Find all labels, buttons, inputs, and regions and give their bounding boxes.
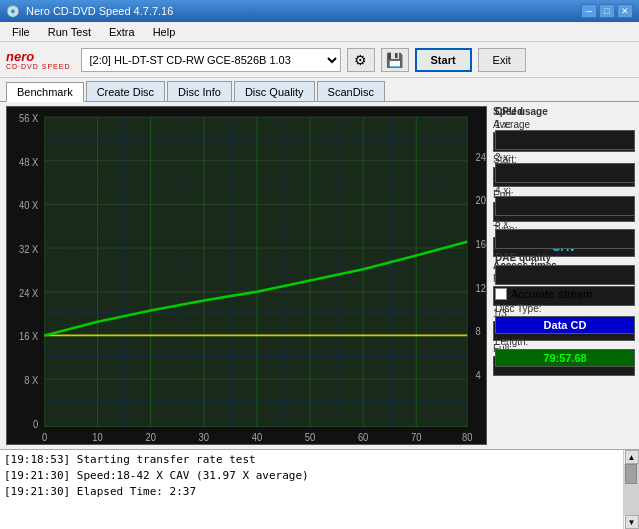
cpu-2x-value: [495, 163, 635, 183]
dae-value: [495, 265, 635, 285]
svg-text:0: 0: [42, 432, 47, 444]
toolbar: nero CD·DVD SPEED [2:0] HL-DT-ST CD-RW G…: [0, 42, 639, 78]
disc-length-value: 79:57.68: [495, 349, 635, 367]
tab-scan-disc[interactable]: ScanDisc: [317, 81, 385, 101]
accurate-stream-checkbox[interactable]: [495, 288, 507, 300]
maximize-button[interactable]: □: [599, 4, 615, 18]
log-content[interactable]: [19:18:53] Starting transfer rate test […: [0, 450, 623, 529]
close-button[interactable]: ✕: [617, 4, 633, 18]
svg-text:48 X: 48 X: [19, 156, 38, 168]
svg-text:24: 24: [476, 151, 486, 163]
svg-text:40 X: 40 X: [19, 200, 38, 212]
cpu-section: CPU usage 1 x: 2 x: 4 x: 8 x:: [495, 106, 635, 249]
titlebar-title: 💿 Nero CD-DVD Speed 4.7.7.16: [6, 5, 173, 18]
scroll-track[interactable]: [624, 464, 639, 515]
cpu-4x-value: [495, 196, 635, 216]
svg-text:56 X: 56 X: [19, 112, 38, 124]
svg-text:80: 80: [462, 432, 473, 444]
save-icon-button[interactable]: 💾: [381, 48, 409, 72]
svg-text:4: 4: [476, 369, 481, 381]
accurate-label: Accurate: [511, 288, 554, 300]
svg-text:8 X: 8 X: [24, 374, 38, 386]
tab-disc-info[interactable]: Disc Info: [167, 81, 232, 101]
cpu-label: CPU usage: [495, 106, 635, 117]
tab-create-disc[interactable]: Create Disc: [86, 81, 165, 101]
svg-text:32 X: 32 X: [19, 243, 38, 255]
svg-text:60: 60: [358, 432, 369, 444]
dae-label: DAE quality: [495, 252, 635, 263]
svg-text:50: 50: [305, 432, 316, 444]
tab-benchmark[interactable]: Benchmark: [6, 82, 84, 102]
cpu-2x-label: 2 x:: [495, 152, 635, 163]
titlebar: 💿 Nero CD-DVD Speed 4.7.7.16 ─ □ ✕: [0, 0, 639, 22]
scroll-up-button[interactable]: ▲: [625, 450, 639, 464]
svg-text:16: 16: [476, 238, 486, 250]
svg-text:12: 12: [476, 282, 486, 294]
app-title: Nero CD-DVD Speed 4.7.7.16: [26, 5, 173, 17]
exit-button[interactable]: Exit: [478, 48, 526, 72]
scroll-thumb[interactable]: [625, 464, 637, 484]
log-entry-2: [19:21:30] Speed:18-42 X CAV (31.97 X av…: [4, 468, 619, 484]
nero-logo: nero CD·DVD SPEED: [6, 50, 71, 70]
disc-length-label: Length:: [495, 336, 635, 347]
device-selector[interactable]: [2:0] HL-DT-ST CD-RW GCE-8526B 1.03: [81, 48, 341, 72]
nero-logo-text: nero: [6, 50, 34, 63]
accurate-stream-row: Accurate stream: [495, 288, 635, 300]
tabs: Benchmark Create Disc Disc Info Disc Qua…: [0, 78, 639, 102]
menu-file[interactable]: File: [4, 24, 38, 40]
disc-section: Disc Type: Data CD Length: 79:57.68: [495, 303, 635, 367]
dae-section: DAE quality Accurate stream: [495, 252, 635, 300]
start-button[interactable]: Start: [415, 48, 472, 72]
svg-text:70: 70: [411, 432, 422, 444]
chart-container: 56 X 48 X 40 X 32 X 24 X 16 X 8 X 0 0 10…: [6, 106, 487, 445]
cpu-1x-value: [495, 130, 635, 150]
svg-text:30: 30: [199, 432, 210, 444]
disc-type-label: Disc Type:: [495, 303, 635, 314]
tab-disc-quality[interactable]: Disc Quality: [234, 81, 315, 101]
scroll-down-button[interactable]: ▼: [625, 515, 639, 529]
svg-text:20: 20: [476, 195, 486, 207]
disc-type-value: Data CD: [495, 316, 635, 334]
cpu-4x-label: 4 x:: [495, 185, 635, 196]
menu-help[interactable]: Help: [145, 24, 184, 40]
menubar: File Run Test Extra Help: [0, 22, 639, 42]
log-scrollbar[interactable]: ▲ ▼: [623, 450, 639, 529]
titlebar-controls[interactable]: ─ □ ✕: [581, 4, 633, 18]
log-entry-1: [19:18:53] Starting transfer rate test: [4, 452, 619, 468]
log-entry-3: [19:21:30] Elapsed Time: 2:37: [4, 484, 619, 500]
cpu-1x-label: 1 x:: [495, 119, 635, 130]
svg-rect-1: [44, 117, 467, 427]
options-icon-button[interactable]: ⚙: [347, 48, 375, 72]
menu-runtest[interactable]: Run Test: [40, 24, 99, 40]
benchmark-chart: 56 X 48 X 40 X 32 X 24 X 16 X 8 X 0 0 10…: [7, 107, 486, 444]
svg-text:16 X: 16 X: [19, 331, 38, 343]
side-panel-right: CPU usage 1 x: 2 x: 4 x: 8 x:: [491, 102, 639, 371]
cpu-8x-value: [495, 229, 635, 249]
minimize-button[interactable]: ─: [581, 4, 597, 18]
svg-text:0: 0: [33, 418, 38, 430]
svg-text:8: 8: [476, 326, 481, 338]
app-icon: 💿: [6, 5, 20, 18]
cpu-8x-label: 8 x:: [495, 218, 635, 229]
svg-text:40: 40: [252, 432, 263, 444]
nero-logo-sub: CD·DVD SPEED: [6, 63, 71, 70]
svg-text:10: 10: [92, 432, 103, 444]
svg-text:24 X: 24 X: [19, 287, 38, 299]
svg-text:20: 20: [145, 432, 156, 444]
menu-extra[interactable]: Extra: [101, 24, 143, 40]
stream-label: stream: [558, 288, 592, 300]
log-area: [19:18:53] Starting transfer rate test […: [0, 449, 639, 529]
